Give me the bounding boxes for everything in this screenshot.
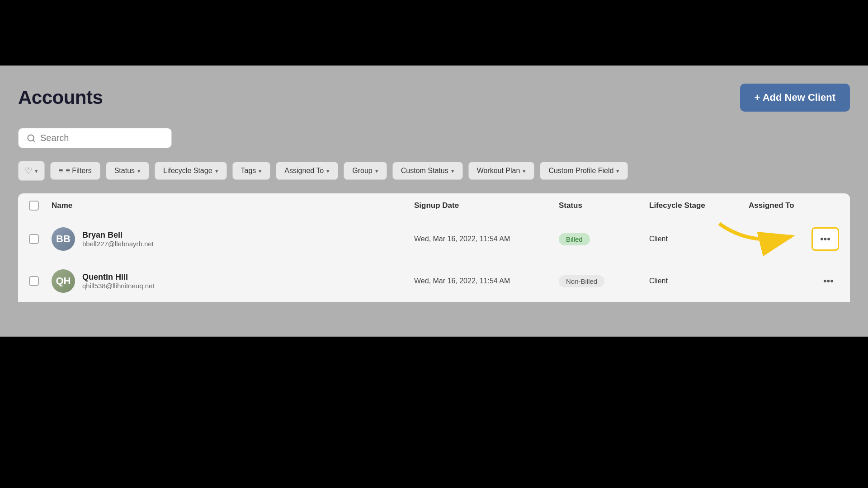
search-icon [27, 134, 36, 143]
filters-button[interactable]: ≡ ≡ Filters [50, 162, 100, 180]
client-name: Bryan Bell [82, 230, 154, 240]
ellipsis-icon: ••• [820, 233, 830, 245]
more-options-button-1[interactable]: ••• [811, 227, 839, 251]
search-input[interactable] [40, 133, 163, 143]
search-bar [18, 128, 172, 148]
custom-status-filter-button[interactable]: Custom Status ▾ [392, 162, 463, 180]
bottom-bar [0, 337, 868, 427]
name-column-header: Name [52, 201, 414, 210]
page-title: Accounts [18, 87, 103, 108]
lifecycle-stage-1: Client [649, 235, 749, 243]
chevron-down-icon: ▾ [259, 168, 262, 174]
chevron-down-icon: ▾ [215, 168, 218, 174]
ellipsis-icon: ••• [823, 275, 834, 287]
svg-point-0 [28, 135, 34, 141]
heart-icon: ♡ [25, 166, 32, 176]
svg-line-1 [33, 140, 35, 141]
row-actions-1: ••• [749, 227, 839, 251]
client-email: bbell227@llebnayrb.net [82, 240, 154, 248]
custom-profile-field-filter-button[interactable]: Custom Profile Field ▾ [540, 162, 628, 180]
top-bar [0, 0, 868, 66]
signup-date-2: Wed, Mar 16, 2022, 11:54 AM [414, 277, 559, 285]
row-checkbox-2[interactable] [29, 276, 52, 286]
chevron-down-icon: ▾ [451, 168, 454, 174]
table-row: QH Quentin Hill qhill538@llihnitneuq.net… [18, 260, 850, 302]
client-name: Quentin Hill [82, 272, 155, 282]
chevron-down-icon: ▾ [523, 168, 526, 174]
group-filter-button[interactable]: Group ▾ [344, 162, 387, 180]
tags-filter-button[interactable]: Tags ▾ [232, 162, 271, 180]
filter-bar: ♡ ▾ ≡ ≡ Filters Status ▾ Lifecycle Stage… [18, 161, 850, 181]
clients-table: Name Signup Date Status Lifecycle Stage … [18, 193, 850, 302]
table-header: Name Signup Date Status Lifecycle Stage … [18, 193, 850, 218]
page-header: Accounts + Add New Client [18, 84, 850, 112]
status-badge: Non-Billed [559, 275, 604, 287]
chevron-down-icon: ▾ [326, 168, 330, 174]
row-checkbox-1[interactable] [29, 234, 52, 244]
more-options-button-2[interactable]: ••• [818, 272, 839, 290]
chevron-down-icon: ▾ [375, 168, 378, 174]
favorites-filter-button[interactable]: ♡ ▾ [18, 161, 45, 181]
client-info-2: QH Quentin Hill qhill538@llihnitneuq.net [52, 269, 414, 293]
avatar-initials: BB [56, 233, 71, 245]
client-email: qhill538@llihnitneuq.net [82, 282, 155, 290]
table-row: BB Bryan Bell bbell227@llebnayrb.net Wed… [18, 218, 850, 260]
status-cell-2: Non-Billed [559, 275, 649, 287]
avatar: BB [52, 227, 75, 251]
avatar: QH [52, 269, 75, 293]
workout-plan-filter-button[interactable]: Workout Plan ▾ [468, 162, 535, 180]
status-cell-1: Billed [559, 233, 649, 245]
chevron-down-icon: ▾ [616, 168, 619, 174]
row-actions-2: ••• [749, 272, 839, 290]
add-new-client-button[interactable]: + Add New Client [740, 84, 850, 112]
signup-date-1: Wed, Mar 16, 2022, 11:54 AM [414, 235, 559, 243]
status-filter-button[interactable]: Status ▾ [106, 162, 149, 180]
select-all-checkbox[interactable] [29, 201, 52, 211]
status-column-header: Status [559, 201, 649, 210]
main-content: Accounts + Add New Client ♡ ▾ ≡ ≡ Filter… [0, 66, 868, 337]
avatar-initials: QH [56, 275, 71, 287]
chevron-down-icon: ▾ [137, 168, 141, 174]
client-details-1: Bryan Bell bbell227@llebnayrb.net [82, 230, 154, 248]
status-badge: Billed [559, 233, 590, 245]
lifecycle-stage-filter-button[interactable]: Lifecycle Stage ▾ [155, 162, 227, 180]
assigned-to-filter-button[interactable]: Assigned To ▾ [276, 162, 338, 180]
signup-date-column-header: Signup Date [414, 201, 559, 210]
lifecycle-stage-column-header: Lifecycle Stage [649, 201, 749, 210]
chevron-down-icon: ▾ [35, 168, 38, 174]
client-info-1: BB Bryan Bell bbell227@llebnayrb.net [52, 227, 414, 251]
client-details-2: Quentin Hill qhill538@llihnitneuq.net [82, 272, 155, 290]
assigned-to-column-header: Assigned To [749, 201, 839, 210]
lifecycle-stage-2: Client [649, 277, 749, 285]
filter-icon: ≡ [59, 167, 63, 175]
